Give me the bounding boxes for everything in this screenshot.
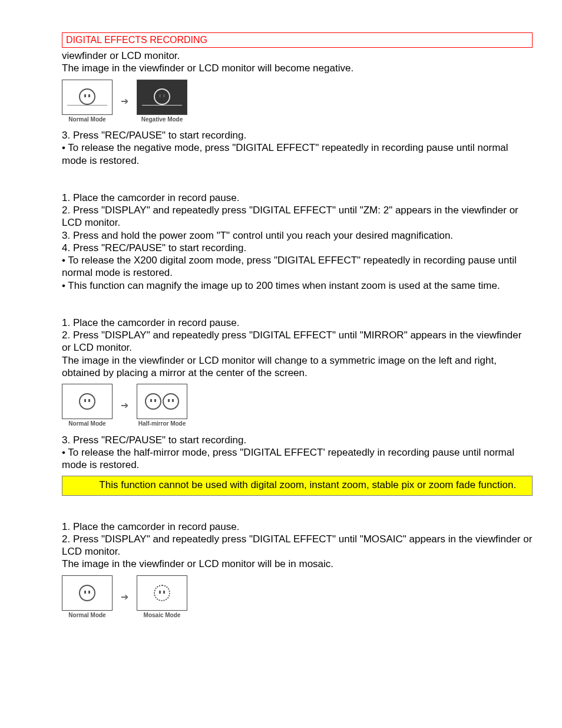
arrow-icon: ➔ [121, 400, 128, 411]
mosaic-fig-left-caption: Normal Mode [68, 612, 105, 620]
negative-fig-right-caption: Negative Mode [141, 116, 183, 124]
mirror-fig-normal: Normal Mode [62, 384, 113, 428]
zoom-step1: 1. Place the camcorder in record pause. [62, 192, 533, 204]
zoom-step4: 4. Press "REC/PAUSE" to start recording. [62, 242, 533, 254]
mosaic-fig-mosaic: Mosaic Mode [137, 575, 187, 620]
negative-intro1: viewfinder or LCD monitor. [62, 50, 533, 62]
mirror-warning-box: This function cannot be used with digita… [62, 476, 533, 495]
zoom-release: • To release the X200 digital zoom mode,… [62, 254, 533, 279]
mirror-figure: Normal Mode ➔ Half-mirror Mode [62, 384, 533, 428]
mirror-warning-text: This function cannot be used with digita… [66, 479, 516, 490]
zoom-note: • This function can magnify the image up… [62, 279, 533, 292]
negative-intro2: The image in the viewfinder or LCD monit… [62, 62, 533, 74]
mirror-step2: 2. Press "DISPLAY" and repeatedly press … [62, 329, 533, 354]
thumb-mosaic-icon [137, 575, 187, 611]
mosaic-fig-normal: Normal Mode [62, 575, 113, 620]
mirror-fig-left-caption: Normal Mode [68, 420, 105, 428]
arrow-icon: ➔ [121, 591, 128, 603]
negative-fig-negative: Negative Mode [137, 80, 187, 124]
negative-release: • To release the negative mode, press "D… [62, 141, 533, 167]
arrow-icon: ➔ [121, 95, 128, 107]
mosaic-step1: 1. Place the camcorder in record pause. [62, 521, 533, 533]
mosaic-step2: 2. Press "DISPLAY" and repeatedly press … [62, 533, 533, 558]
zoom-step2: 2. Press "DISPLAY" and repeatedly press … [62, 204, 533, 229]
mirror-release: • To release the half-mirror mode, press… [62, 446, 533, 472]
mirror-desc: The image in the viewfinder or LCD monit… [62, 354, 533, 380]
thumb-mirror-half-icon [137, 384, 187, 419]
negative-figure: Normal Mode ➔ Negative Mode [62, 80, 533, 124]
mirror-fig-half: Half-mirror Mode [137, 384, 187, 428]
negative-fig-left-caption: Normal Mode [68, 116, 105, 124]
thumb-normal-icon [62, 80, 113, 115]
thumb-mirror-normal-icon [62, 384, 113, 419]
negative-step3: 3. Press "REC/PAUSE" to start recording. [62, 129, 533, 141]
negative-fig-normal: Normal Mode [62, 80, 113, 124]
mirror-step3: 3. Press "REC/PAUSE" to start recording. [62, 434, 533, 446]
thumb-negative-icon [137, 80, 187, 115]
mirror-step1: 1. Place the camcorder in record pause. [62, 317, 533, 329]
mosaic-fig-right-caption: Mosaic Mode [144, 612, 181, 620]
mosaic-desc: The image in the viewfinder or LCD monit… [62, 558, 533, 570]
page: DIGITAL EFFECTS RECORDING viewfinder or … [0, 0, 562, 728]
mirror-fig-right-caption: Half-mirror Mode [138, 420, 186, 428]
mosaic-figure: Normal Mode ➔ Mosaic Mode [62, 575, 533, 620]
thumb-mosaic-normal-icon [62, 575, 113, 611]
section-header-box: DIGITAL EFFECTS RECORDING [62, 32, 533, 48]
section-header-text: DIGITAL EFFECTS RECORDING [66, 35, 207, 45]
zoom-step3: 3. Press and hold the power zoom "T" con… [62, 229, 533, 242]
